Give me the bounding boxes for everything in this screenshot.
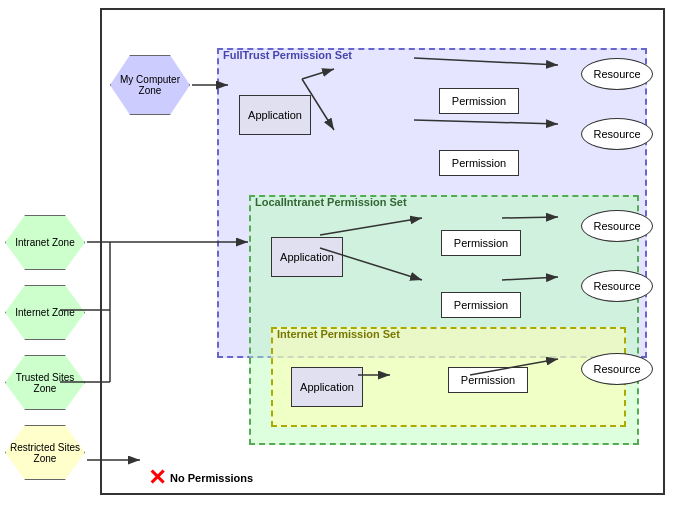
perm-box-3: Permission bbox=[441, 230, 521, 256]
x-symbol: ✕ bbox=[148, 467, 166, 489]
resource-1: Resource bbox=[581, 58, 653, 90]
perm-box-5: Permission bbox=[448, 367, 528, 393]
no-permissions-area: ✕ No Permissions bbox=[148, 467, 253, 489]
zone-internet: Internet Zone bbox=[5, 285, 85, 340]
main-container: Client Machine FullTrust Permission Set … bbox=[0, 0, 679, 507]
resource-2: Resource bbox=[581, 118, 653, 150]
no-permissions-text: No Permissions bbox=[170, 472, 253, 484]
zone-restricted: Restricted Sites Zone bbox=[5, 425, 85, 480]
app-box-localintranet: Application bbox=[271, 237, 343, 277]
app-box-fulltrust: Application bbox=[239, 95, 311, 135]
app-box-internet: Application bbox=[291, 367, 363, 407]
localintranet-box: LocalIntranet Permission Set Application… bbox=[249, 195, 639, 445]
internet-label: Internet Permission Set bbox=[277, 328, 400, 340]
perm-box-4: Permission bbox=[441, 292, 521, 318]
perm-box-2: Permission bbox=[439, 150, 519, 176]
resource-5: Resource bbox=[581, 353, 653, 385]
fulltrust-label: FullTrust Permission Set bbox=[223, 49, 352, 61]
fulltrust-box: FullTrust Permission Set Application Per… bbox=[217, 48, 647, 358]
localintranet-label: LocalIntranet Permission Set bbox=[255, 196, 407, 208]
zone-intranet: Intranet Zone bbox=[5, 215, 85, 270]
resource-4: Resource bbox=[581, 270, 653, 302]
perm-box-1: Permission bbox=[439, 88, 519, 114]
internet-box: Internet Permission Set Application Perm… bbox=[271, 327, 626, 427]
resource-3: Resource bbox=[581, 210, 653, 242]
zone-trusted: Trusted Sites Zone bbox=[5, 355, 85, 410]
